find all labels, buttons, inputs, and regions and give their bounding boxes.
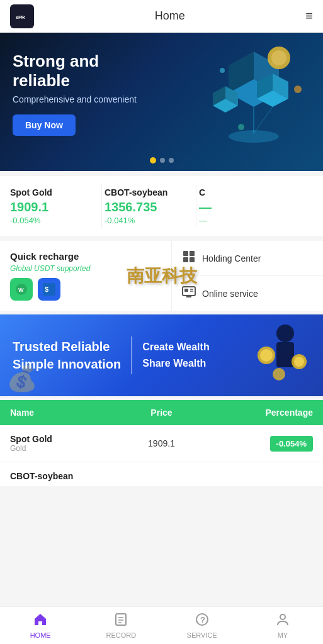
market-change-2: — — [199, 216, 281, 225]
svg-text:$: $ — [45, 286, 48, 293]
svg-rect-34 — [276, 342, 294, 367]
online-service-label: Online service — [202, 289, 258, 299]
th-name: Name — [10, 408, 111, 418]
record-icon — [114, 613, 128, 630]
svg-point-39 — [273, 368, 285, 380]
banner-title: Strong and reliable — [13, 52, 151, 91]
quick-actions-section: 南亚科技 Quick recharge Global USDT supporte… — [0, 241, 323, 311]
svg-rect-40 — [116, 614, 126, 625]
online-service-icon — [182, 285, 196, 302]
promo-main-text: Trusted Reliable Simple Innovation — [13, 338, 121, 373]
quick-links-panel: Holding Center Online service — [172, 241, 323, 311]
svg-text:W: W — [18, 287, 24, 293]
banner-graphic — [191, 39, 317, 165]
market-price-1: 1356.735 — [105, 200, 186, 214]
market-change-1: -0.041% — [105, 216, 186, 225]
nav-home[interactable]: HOME — [0, 607, 81, 644]
svg-line-17 — [254, 107, 273, 133]
table-row-partial[interactable]: CBOT-soybean — [0, 462, 323, 486]
payment-icon-blue[interactable]: $ — [38, 278, 60, 301]
svg-point-38 — [294, 357, 304, 367]
dot-3[interactable] — [169, 158, 174, 163]
quick-recharge-panel[interactable]: Quick recharge Global USDT supported W $ — [0, 241, 172, 311]
market-name-2: C — [199, 187, 281, 197]
svg-rect-25 — [183, 257, 188, 262]
row-pct-0: -0.054% — [212, 436, 313, 452]
buy-now-button[interactable]: Buy Now — [13, 114, 76, 136]
pct-badge-0: -0.054% — [270, 436, 313, 452]
row-sub-0: Gold — [10, 444, 111, 453]
online-service-link[interactable]: Online service — [172, 276, 323, 311]
home-icon — [33, 613, 47, 630]
market-card-spot-gold[interactable]: Spot Gold 1909.1 -0.054% — [8, 185, 102, 228]
svg-point-13 — [220, 68, 225, 73]
row-name-0: Spot Gold — [10, 434, 111, 444]
row-name-partial: CBOT-soybean — [10, 471, 73, 481]
nav-record-label: RECORD — [106, 631, 137, 639]
svg-text:ePR: ePR — [16, 14, 25, 20]
th-price: Price — [111, 408, 212, 418]
market-cards-row: Spot Gold 1909.1 -0.054% CBOT-soybean 13… — [0, 176, 323, 237]
promo-divider — [131, 336, 132, 374]
quick-payment-icons: W $ — [10, 278, 161, 301]
quick-recharge-title: Quick recharge — [10, 251, 161, 262]
quick-row: Quick recharge Global USDT supported W $ — [0, 241, 323, 311]
holding-center-label: Holding Center — [202, 253, 261, 264]
market-card-cbot[interactable]: CBOT-soybean 1356.735 -0.041% — [102, 185, 196, 228]
svg-rect-26 — [190, 257, 195, 262]
th-percentage: Percentage — [212, 408, 313, 418]
header: ePR Home ≡ — [0, 0, 323, 33]
promo-right-text: Create Wealth Share Wealth — [142, 339, 209, 371]
nav-my-label: MY — [278, 631, 288, 639]
banner-subtitle: Comprehensive and convenient — [13, 94, 151, 104]
market-price-0: 1909.1 — [10, 200, 91, 214]
holding-center-link[interactable]: Holding Center — [172, 241, 323, 276]
svg-rect-23 — [183, 251, 188, 256]
table-header: Name Price Percentage — [0, 400, 323, 425]
holding-center-icon — [182, 250, 196, 267]
row-name-col-0: Spot Gold Gold — [10, 434, 111, 453]
svg-point-36 — [260, 349, 273, 362]
nav-my[interactable]: MY — [242, 607, 323, 644]
menu-icon[interactable]: ≡ — [305, 9, 313, 23]
market-card-c[interactable]: C — — — [196, 185, 291, 228]
nav-record[interactable]: RECORD — [81, 607, 161, 644]
promo-banner: 💰 Trusted Reliable Simple Innovation Cre… — [0, 314, 323, 396]
svg-point-33 — [276, 325, 294, 342]
hero-banner: Strong and reliable Comprehensive and co… — [0, 33, 323, 171]
bottom-nav: HOME RECORD ? SERVICE MY — [0, 606, 323, 644]
svg-text:?: ? — [200, 615, 205, 625]
svg-rect-24 — [190, 251, 195, 256]
market-change-0: -0.054% — [10, 216, 91, 225]
svg-point-15 — [238, 124, 244, 130]
quick-recharge-subtitle: Global USDT supported — [10, 264, 161, 273]
nav-service-label: SERVICE — [187, 631, 217, 639]
page-title: Home — [155, 9, 185, 23]
market-price-2: — — [199, 200, 281, 214]
table-row[interactable]: Spot Gold Gold 1909.1 -0.054% — [0, 425, 323, 462]
banner-dots — [150, 157, 174, 164]
service-icon: ? — [195, 613, 209, 630]
row-price-0: 1909.1 — [111, 438, 212, 448]
promo-deco-right — [254, 321, 310, 392]
svg-point-18 — [229, 130, 279, 143]
svg-point-12 — [271, 50, 286, 65]
dot-2[interactable] — [160, 158, 165, 163]
market-name-0: Spot Gold — [10, 187, 91, 197]
market-name-1: CBOT-soybean — [105, 187, 186, 197]
payment-icon-green[interactable]: W — [10, 278, 33, 301]
nav-home-label: HOME — [30, 631, 51, 639]
svg-point-46 — [280, 614, 285, 619]
market-table: Name Price Percentage Spot Gold Gold 190… — [0, 400, 323, 486]
nav-service[interactable]: ? SERVICE — [162, 607, 242, 644]
my-icon — [276, 613, 290, 630]
dot-1[interactable] — [150, 157, 156, 164]
svg-point-14 — [294, 86, 302, 93]
svg-rect-30 — [184, 289, 188, 292]
logo[interactable]: ePR — [10, 4, 34, 28]
